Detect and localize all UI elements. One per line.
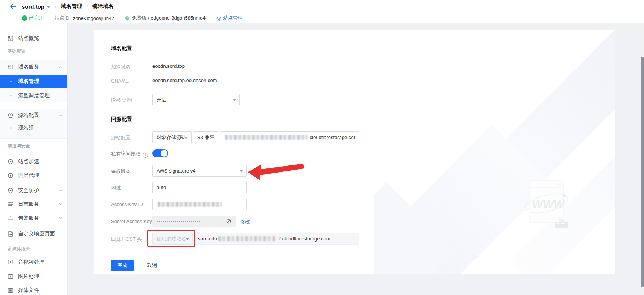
host-header-label: 回源 HOST 头 [111, 236, 142, 243]
site-manage-label: 站点管理 [223, 15, 243, 21]
sidebar-item-domain-service[interactable]: 域名服务 [0, 60, 67, 74]
sidebar-item-label: 音视频处理 [18, 259, 44, 266]
sidebar-item-label: 流量调度管理 [18, 92, 50, 99]
breadcrumb-domain-management[interactable]: 域名管理 [61, 3, 82, 10]
chevron-down-icon [59, 190, 62, 192]
page-icon [8, 231, 14, 237]
scrollbar-track[interactable] [641, 23, 644, 295]
www-text: WWW [532, 198, 565, 210]
back-button[interactable] [9, 3, 17, 10]
host-header-select-value: 使用源站域名 [157, 235, 186, 242]
sidebar-item-custom-response[interactable]: 自定义响应页面 [0, 227, 67, 241]
sidebar-item-origin-config[interactable]: 源站配置 [0, 109, 67, 122]
sidebar-item-media-files[interactable]: 媒体文件 [0, 284, 67, 295]
sidebar-item-label: 媒体文件 [18, 287, 39, 294]
origin-config-icon [8, 112, 14, 118]
divider [120, 16, 120, 21]
access-key-input[interactable] [152, 199, 247, 210]
sidebar-section-basic: 基础配置 [8, 48, 26, 55]
breadcrumb-separator: / [87, 4, 88, 9]
private-auth-toggle[interactable] [152, 149, 168, 157]
site-id-value: zone-3dgoosjiuh47 [73, 15, 114, 21]
site-manage-link[interactable]: ◎ 站点管理 [216, 15, 243, 21]
sidebar-item-site-acceleration[interactable]: 站点加速 [0, 155, 67, 168]
content-area: WWW 域名配置 加速域名 eocdn.sord.top CNAME eocdn… [68, 23, 644, 295]
redacted-text [218, 236, 276, 241]
divider [49, 16, 49, 21]
sidebar-item-label: 域名管理 [18, 78, 39, 85]
chevron-up-icon [59, 114, 62, 116]
sidebar-item-l4-proxy[interactable]: 四层代理 [0, 169, 67, 182]
shield-plus-icon [8, 188, 14, 194]
ipv6-select-value: 开启 [157, 96, 166, 103]
sidebar-item-logs[interactable]: 日志服务 [0, 197, 67, 211]
sidebar-item-av-processing[interactable]: 音视频处理 [0, 255, 67, 269]
host-header-value-field: sord-cdn r2.cloudflarestorage.com [194, 233, 359, 245]
site-id-label: 站点ID: [55, 15, 71, 21]
eye-off-icon[interactable] [226, 219, 231, 224]
redacted-text [158, 202, 222, 207]
l4-proxy-icon [8, 173, 14, 179]
sidebar-item-image-processing[interactable]: 图片处理 [0, 270, 67, 283]
sidebar-item-overview[interactable]: 站点概览 [0, 32, 67, 45]
ipv6-select[interactable]: 开启 [152, 94, 240, 105]
cname-label: CNAME [111, 78, 129, 84]
video-play-icon [8, 259, 14, 265]
sidebar-item-origin-group[interactable]: 源站组 [0, 121, 67, 135]
decorative-beam [374, 182, 456, 274]
info-icon[interactable]: i [143, 153, 148, 158]
chevron-down-icon[interactable] [47, 5, 50, 8]
divider [0, 138, 67, 139]
done-button[interactable]: 完成 [111, 260, 134, 271]
sidebar-item-label: 图片处理 [18, 273, 39, 280]
sidebar-item-label: 四层代理 [18, 172, 39, 179]
origin-config-title: 回源配置 [111, 116, 132, 123]
divider [211, 16, 211, 21]
decorative-beam [406, 31, 615, 274]
auth-version-select[interactable]: AWS signature v4 [152, 165, 247, 177]
sidebar-section-acceleration-security: 加速与安全 [8, 143, 30, 149]
domain-config-title: 域名配置 [111, 45, 132, 52]
sidebar-item-label: 安全防护 [18, 187, 39, 194]
status-badge: ✓ 已启用 [22, 15, 44, 21]
sidebar-item-security[interactable]: 安全防护 [0, 184, 67, 197]
accel-domain-label: 加速域名 [111, 64, 131, 70]
caret-down-icon [185, 137, 188, 139]
grid-overview-icon [8, 35, 14, 41]
page-title: 编辑域名 [92, 3, 113, 10]
host-suffix: r2.cloudflarestorage.com [277, 236, 330, 242]
chevron-down-icon [59, 217, 62, 219]
bullet-dot-icon [10, 95, 12, 96]
origin-address-input[interactable]: .cloudflarestorage.cor [220, 131, 359, 143]
edit-domain-card: WWW 域名配置 加速域名 eocdn.sord.top CNAME eocdn… [94, 30, 615, 274]
image-icon [8, 274, 14, 280]
status-badge-label: 已启用 [29, 15, 44, 21]
sidebar-item-alerts[interactable]: 告警服务 [0, 211, 67, 225]
modify-link[interactable]: 修改 [240, 219, 250, 225]
auth-version-label: 鉴权版本 [111, 168, 131, 175]
decorative-beam [511, 90, 615, 274]
site-acceleration-icon [8, 159, 14, 165]
header: sord.top / 域名管理 / 编辑域名 ✓ 已启用 站点ID: zone-… [0, 0, 644, 23]
cancel-button[interactable]: 取消 [141, 260, 163, 271]
sidebar-item-label: 源站组 [18, 125, 34, 131]
origin-address-suffix: .cloudflarestorage.cor [308, 135, 355, 140]
sidebar-item-label: 告警服务 [18, 215, 39, 222]
origin-compat-select[interactable]: S3 兼容 [193, 131, 218, 143]
origin-type-select[interactable]: 对象存储源站 [152, 131, 192, 143]
ipv6-label: IPv6 访问 [111, 97, 132, 104]
origin-type-value: 对象存储源站 [157, 134, 186, 141]
scrollbar-thumb[interactable] [641, 57, 644, 287]
decorative-illustration: WWW [374, 30, 615, 274]
decorative-beam [374, 125, 551, 274]
chevron-down-icon [59, 203, 62, 205]
region-input[interactable]: auto [152, 182, 247, 193]
sidebar-item-traffic-scheduling[interactable]: 流量调度管理 [0, 89, 67, 102]
secret-key-field: •••••••••••••••••••••• [152, 216, 236, 227]
bullet-dot-icon [10, 81, 12, 82]
sidebar-item-domain-management[interactable]: 域名管理 [0, 75, 67, 88]
sidebar-item-label: 自定义响应页面 [18, 231, 55, 237]
site-name[interactable]: sord.top [22, 3, 44, 10]
region-value: auto [157, 185, 166, 190]
region-label: 地域 [111, 185, 121, 191]
